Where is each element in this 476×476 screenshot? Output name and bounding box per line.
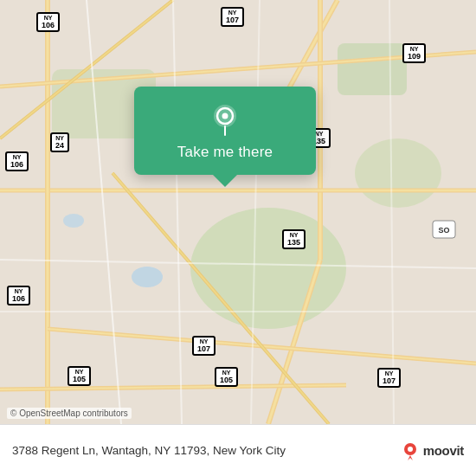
map-container: SO NY106 NY106 NY106 NY24 NY107 NY107 NY…	[0, 0, 476, 424]
route-badge-ny107-top: NY107	[221, 7, 244, 27]
route-badge-ny106-bottom: NY106	[7, 286, 30, 306]
moovit-logo: moovit	[401, 441, 464, 460]
route-badge-ny24: NY24	[50, 132, 69, 152]
route-badge-ny105-right: NY105	[215, 367, 238, 387]
route-badge-ny109: NY109	[402, 43, 426, 63]
moovit-wordmark: moovit	[423, 443, 464, 458]
popup-card[interactable]: Take me there	[134, 87, 316, 175]
svg-point-4	[355, 138, 441, 208]
svg-text:SO: SO	[438, 226, 449, 235]
route-badge-ny107-bottom-left: NY107	[192, 336, 215, 356]
route-badge-ny106-left: NY106	[5, 151, 29, 171]
route-badge-ny106-top: NY106	[36, 12, 60, 32]
route-badge-ny107-bottom-right: NY107	[377, 368, 401, 388]
address-text: 3788 Regent Ln, Wantagh, NY 11793, New Y…	[12, 444, 401, 457]
svg-point-5	[132, 267, 163, 287]
map-pin-icon	[208, 102, 242, 137]
svg-point-39	[408, 447, 413, 452]
moovit-pin-icon	[401, 441, 420, 460]
route-badge-ny105-left: NY105	[68, 366, 91, 386]
map-svg: SO	[0, 0, 476, 424]
popup-label: Take me there	[177, 144, 273, 161]
route-badge-ny135-bottom: NY135	[282, 229, 306, 249]
svg-point-6	[63, 214, 84, 228]
map-credit: © OpenStreetMap contributors	[7, 408, 132, 419]
svg-point-37	[222, 113, 228, 119]
bottom-bar: 3788 Regent Ln, Wantagh, NY 11793, New Y…	[0, 424, 476, 476]
svg-rect-3	[338, 43, 407, 95]
